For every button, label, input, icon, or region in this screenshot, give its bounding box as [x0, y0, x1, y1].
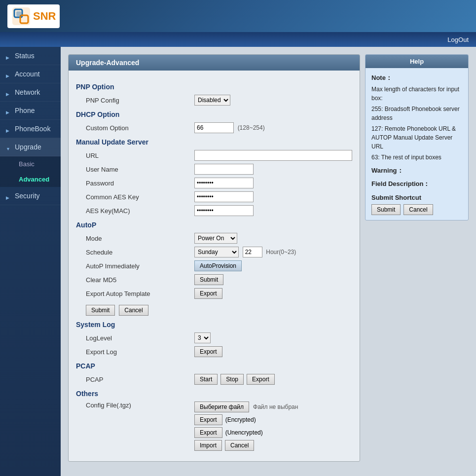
arrow-down-icon — [6, 144, 12, 150]
mode-select[interactable]: Power On Repeatedly Disabled — [194, 233, 237, 244]
sidebar-item-security[interactable]: Security — [0, 187, 61, 205]
system-log-section-title: System Log — [76, 321, 352, 329]
sidebar-sub-item-advanced[interactable]: Advanced — [14, 172, 61, 187]
export-encrypted-button[interactable]: Export — [194, 414, 222, 425]
aes-mac-control — [194, 205, 254, 216]
sidebar-item-status[interactable]: Status — [0, 47, 61, 65]
arrow-icon — [6, 126, 12, 132]
export-log-control: Export — [194, 346, 223, 357]
arrow-icon — [6, 89, 12, 95]
svg-rect-3 — [16, 11, 21, 16]
export-log-button[interactable]: Export — [194, 346, 222, 357]
sidebar-item-phonebook[interactable]: PhoneBook — [0, 120, 61, 138]
topnav: LogOut — [0, 32, 476, 47]
help-title: Help — [366, 55, 468, 68]
clear-md5-submit-button[interactable]: Submit — [194, 274, 223, 285]
username-label: User Name — [86, 166, 194, 173]
export-encrypted-note: (Encrypted) — [225, 416, 256, 423]
custom-option-row: Custom Option (128~254) — [76, 122, 352, 133]
password-input[interactable] — [194, 178, 254, 188]
common-aes-row: Common AES Key — [76, 191, 352, 202]
pnp-config-control: Disabled Enabled — [194, 95, 230, 106]
panel-title: Upgrade-Advanced — [69, 55, 360, 71]
sidebar-label-status: Status — [15, 52, 35, 60]
sidebar-item-phone[interactable]: Phone — [0, 102, 61, 120]
sidebar-label-account: Account — [15, 70, 40, 78]
username-input[interactable] — [194, 164, 254, 175]
logout-link[interactable]: LogOut — [447, 36, 469, 43]
mode-control: Power On Repeatedly Disabled — [194, 233, 237, 244]
pcap-start-button[interactable]: Start — [194, 374, 218, 385]
sidebar: Status Account Network Phone PhoneBook U… — [0, 47, 61, 476]
arrow-icon — [6, 108, 12, 113]
url-row: URL — [76, 150, 352, 161]
pnp-config-select[interactable]: Disabled Enabled — [194, 95, 230, 106]
help-submit-button[interactable]: Submit — [371, 204, 401, 215]
export-log-row: Export Log Export — [76, 346, 352, 357]
username-control — [194, 164, 254, 175]
pnp-section-title: PNP Option — [76, 83, 352, 91]
export-autop-button[interactable]: Export — [194, 288, 222, 299]
import-button[interactable]: Import — [194, 440, 222, 451]
note-item-3: 63: The rest of input boxes — [371, 153, 462, 162]
submit-button[interactable]: Submit — [86, 305, 115, 316]
pcap-export-button[interactable]: Export — [247, 374, 275, 385]
sidebar-label-phone: Phone — [15, 107, 35, 114]
password-control — [194, 178, 254, 188]
note-item-1: 255: Broadsoft Phonebook server address — [371, 105, 462, 122]
note-text: Max length of characters for input box: — [371, 86, 459, 102]
mode-row: Mode Power On Repeatedly Disabled — [76, 233, 352, 244]
mode-label: Mode — [86, 235, 194, 242]
custom-option-note: (128~254) — [238, 124, 265, 131]
schedule-control: Sunday Monday Tuesday Wednesday Thursday… — [194, 247, 296, 257]
export-unencrypted-button[interactable]: Export — [194, 427, 222, 438]
autop-immediately-control: AutoProvision — [194, 260, 243, 271]
logo-icon — [11, 6, 31, 26]
autop-provision-button[interactable]: AutoProvision — [194, 260, 242, 271]
choose-file-button[interactable]: Выберите файл — [194, 402, 249, 412]
arrow-icon — [6, 53, 12, 59]
others-cancel-button[interactable]: Cancel — [225, 440, 254, 451]
header: SNR — [0, 0, 476, 32]
cancel-button[interactable]: Cancel — [119, 305, 148, 316]
help-cancel-button[interactable]: Cancel — [403, 204, 433, 215]
others-section-title: Others — [76, 390, 352, 398]
sidebar-item-upgrade[interactable]: Upgrade — [0, 138, 61, 156]
sidebar-label-phonebook: PhoneBook — [15, 125, 50, 133]
loglevel-label: LogLevel — [86, 334, 194, 342]
schedule-label: Schedule — [86, 249, 194, 256]
autop-section-title: AutoP — [76, 221, 352, 229]
note-label: Note： — [371, 73, 462, 83]
loglevel-select[interactable]: 01234567 — [194, 332, 211, 343]
url-input[interactable] — [194, 150, 352, 161]
custom-option-control: (128~254) — [194, 122, 265, 133]
pcap-control: Start Stop Export — [194, 374, 276, 385]
dhcp-section-title: DHCP Option — [76, 110, 352, 118]
pcap-label: PCAP — [86, 376, 194, 383]
help-body: Note： Max length of characters for input… — [366, 68, 468, 220]
clear-md5-label: Clear MD5 — [86, 276, 194, 284]
autop-immediately-label: AutoP Immediately — [86, 262, 194, 270]
pcap-section-title: PCAP — [76, 362, 352, 370]
custom-option-label: Custom Option — [86, 124, 194, 132]
schedule-hour-note: Hour(0~23) — [266, 249, 296, 256]
logo: SNR — [7, 4, 60, 28]
common-aes-input[interactable] — [194, 191, 254, 202]
sidebar-label-upgrade: Upgrade — [15, 143, 41, 151]
schedule-hour-input[interactable] — [243, 247, 262, 257]
sidebar-upgrade-submenu: Basic Advanced — [0, 156, 61, 187]
panel-body: PNP Option PNP Config Disabled Enabled — [69, 71, 360, 461]
username-row: User Name — [76, 164, 352, 175]
note-item-2: 127: Remote Phonebook URL & AUTOP Manual… — [371, 124, 462, 151]
custom-option-input[interactable] — [194, 122, 234, 133]
common-aes-label: Common AES Key — [86, 193, 194, 201]
form-area: Upgrade-Advanced PNP Option PNP Config D… — [68, 54, 360, 462]
content-area: Upgrade-Advanced PNP Option PNP Config D… — [61, 47, 476, 476]
aes-mac-input[interactable] — [194, 205, 254, 216]
sidebar-sub-item-basic[interactable]: Basic — [14, 156, 61, 172]
sidebar-item-account[interactable]: Account — [0, 65, 61, 83]
pcap-stop-button[interactable]: Stop — [220, 374, 244, 385]
sidebar-item-network[interactable]: Network — [0, 83, 61, 102]
common-aes-control — [194, 191, 254, 202]
schedule-day-select[interactable]: Sunday Monday Tuesday Wednesday Thursday… — [194, 247, 239, 257]
